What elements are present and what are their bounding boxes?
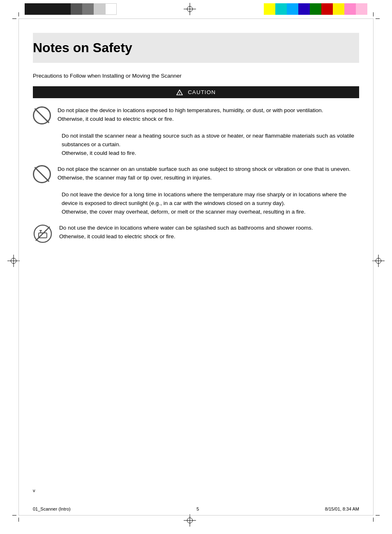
safety-item-5: Do not use the device in locations where… [33,224,359,244]
safety-text-3: Do not place the scanner on an unstable … [58,165,359,182]
crop-tr-h [376,18,380,19]
safety-text-4: Do not leave the device for a long time … [62,191,359,216]
safety-item-2: Do not install the scanner near a heatin… [33,132,359,158]
safety-item-3: Do not place the scanner on an unstable … [33,165,359,183]
safety-text-5: Do not use the device in locations where… [59,224,359,241]
safety-items-list: Do not place the device in locations exp… [33,106,359,251]
svg-line-6 [36,227,50,241]
svg-text:!: ! [179,92,180,95]
footer: 01_Scanner (Intro) 5 8/15/01, 8:34 AM [33,506,359,511]
crop-br-v [373,518,374,522]
crop-br-h [376,515,380,516]
crosshair-right [372,255,385,267]
caution-triangle-icon: ! [176,89,184,95]
safety-item-4: Do not leave the device for a long time … [33,191,359,216]
crosshair-bottom [184,514,196,527]
page-title: Notes on Safety [33,40,351,55]
safety-text-2: Do not install the scanner near a heatin… [62,132,359,158]
deco-bar-right [264,3,367,15]
caution-banner: ! CAUTION [33,86,359,98]
water-no-symbol-icon [33,224,53,244]
footer-filename: 01_Scanner (Intro) [33,506,71,511]
content-area: Notes on Safety Precautions to Follow wh… [33,33,359,501]
crop-tl-h [12,18,16,19]
crop-bl-h [12,515,16,516]
page-number-v: v [33,488,35,493]
footer-datetime: 8/15/01, 8:34 AM [325,506,359,511]
crosshair-top [184,3,196,15]
caution-label: CAUTION [188,89,216,95]
safety-item-1: Do not place the device in locations exp… [33,106,359,124]
crop-tl-v [18,12,19,16]
page-title-section: Notes on Safety [33,33,359,63]
crop-bl-v [18,518,19,522]
safety-text-1: Do not place the device in locations exp… [58,106,359,124]
crop-tr-v [373,12,374,16]
deco-bar-left [25,3,117,15]
footer-page-number: 5 [196,506,199,511]
crosshair-left [7,255,20,267]
subtitle: Precautions to Follow when Installing or… [33,73,359,79]
no-symbol-icon-2 [33,165,51,183]
no-symbol-icon-1 [33,106,51,124]
